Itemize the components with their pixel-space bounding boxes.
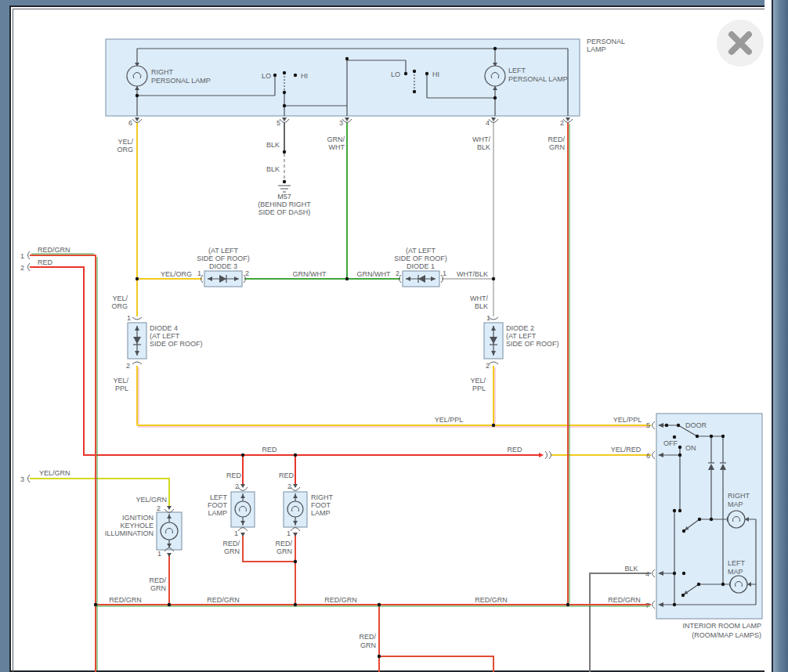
wire-red-grn: [379, 656, 493, 672]
ignition-label: IGNITION: [122, 514, 154, 522]
left-map-label: LEFT: [728, 559, 746, 567]
component-boxes: [106, 39, 762, 619]
diode-1-location: (AT LEFT: [406, 247, 436, 255]
wire-label: YEL/ORG: [161, 270, 192, 278]
right-personal-lamp-label: PERSONAL LAMP: [151, 77, 211, 85]
pin-number: 2: [157, 504, 161, 512]
right-personal-lamp-label: RIGHT: [151, 68, 174, 76]
wire-label: RED: [279, 471, 295, 479]
wire-label: YEL/: [470, 377, 486, 385]
wire-label: WHT: [329, 143, 345, 151]
right-foot-lamp-bulb: [287, 501, 303, 517]
wire-label: RED/GRN: [324, 596, 357, 604]
wire-label: GRN: [549, 143, 565, 151]
wire-label: RED: [226, 471, 242, 479]
diode-2-location: SIDE OF ROOF): [506, 340, 559, 348]
wire-label: GRN/: [327, 135, 345, 143]
wire-label: RED/: [222, 540, 240, 547]
wire-label: RED/GRN: [475, 596, 508, 604]
hi-label: HI: [301, 72, 308, 80]
wire-label: RED/: [359, 633, 376, 641]
wire-label: RED/: [275, 540, 292, 547]
pin-number: 2: [20, 264, 24, 272]
wire-label: BLK: [266, 141, 280, 149]
ground-location: (BEHIND RIGHT: [258, 201, 311, 208]
left-foot-lamp-bulb: [235, 501, 251, 517]
left-foot-lamp-label: LEFT: [210, 493, 228, 501]
wire-label: GRN: [224, 547, 240, 555]
right-foot-lamp-label: RIGHT: [311, 493, 334, 501]
diode-2-location: (AT LEFT: [506, 332, 537, 340]
ignition-label: KEYHOLE: [120, 522, 154, 529]
diode-4-location: SIDE OF ROOF): [150, 340, 203, 348]
wire-label: BLK: [624, 565, 638, 573]
lo-label: LO: [262, 72, 271, 80]
left-foot-lamp-label: LAMP: [208, 509, 227, 517]
wire-blk: [590, 573, 651, 672]
close-icon: [717, 20, 764, 67]
close-button[interactable]: [717, 20, 764, 67]
pin-number: 1: [127, 314, 131, 322]
left-personal-lamp-label: LEFT: [508, 67, 526, 74]
pin-number: 2: [235, 482, 239, 490]
diode-3-label: DIODE 3: [209, 262, 237, 270]
pin-number: 5: [277, 119, 280, 127]
pin-number: 2: [287, 482, 291, 490]
wires: [30, 122, 651, 672]
diode-1-location: SIDE OF ROOF): [394, 255, 447, 262]
pin-number: 2: [486, 362, 490, 370]
diode-4-location: (AT LEFT: [150, 332, 180, 340]
wire-label: YEL/GRN: [136, 496, 167, 504]
interior-room-lamp-title: (ROOM/MAP LAMPS): [692, 631, 761, 639]
wire-label: YEL/: [113, 377, 128, 385]
switch-on-label: ON: [685, 444, 696, 452]
pin-number: 2: [126, 362, 130, 370]
wire-label: RED/GRN: [38, 246, 70, 254]
wire-label: GRN: [360, 641, 376, 649]
pin-number: 1: [197, 269, 201, 277]
wire-label: BLK: [475, 302, 488, 310]
right-map-label: MAP: [728, 500, 743, 508]
wire-label: YEL/GRN: [39, 469, 70, 477]
wire-label: GRN/WHT: [293, 270, 327, 278]
pin-number: 7: [645, 602, 649, 609]
wire-label: BLK: [266, 165, 280, 173]
diode-3-location: (AT LEFT: [208, 247, 239, 255]
pin-number: 2: [396, 269, 399, 277]
hi-label: HI: [432, 70, 439, 78]
diode-1-label: DIODE 1: [407, 262, 435, 270]
pin-number: 1: [20, 252, 24, 260]
wire-label: GRN/WHT: [357, 270, 391, 278]
pin-number: 1: [443, 269, 446, 277]
left-personal-lamp-bulb: [485, 66, 505, 86]
wire-label: PPL: [115, 385, 128, 392]
wire-label: YEL/PPL: [435, 416, 464, 424]
wire-label: RED/GRN: [608, 596, 641, 604]
right-foot-lamp-label: LAMP: [311, 509, 331, 517]
left-map-bulb: [730, 576, 747, 593]
wire-label: PPL: [472, 385, 486, 392]
lo-label: LO: [391, 70, 400, 78]
wire-label: RED/: [149, 576, 166, 584]
wire-label: RED: [507, 446, 522, 453]
right-map-label: RIGHT: [728, 492, 750, 500]
pin-number: 6: [646, 452, 650, 460]
wire-label: WHT/: [470, 294, 488, 302]
pin-number: 4: [645, 570, 649, 578]
wire-label: ORG: [117, 146, 133, 154]
ignition-keyhole-bulb: [161, 522, 178, 540]
right-map-bulb: [728, 511, 745, 528]
ground-location: SIDE OF DASH): [258, 208, 311, 216]
pin-number: 4: [486, 119, 490, 127]
left-foot-lamp-label: FOOT: [208, 501, 227, 509]
wire-label: RED/: [548, 135, 565, 143]
pin-number: 1: [157, 550, 161, 558]
wire-label: RED/GRN: [207, 596, 240, 604]
switch-door-label: DOOR: [685, 421, 707, 429]
ignition-label: ILLUMINATION: [105, 529, 154, 537]
right-foot-lamp-label: FOOT: [311, 501, 331, 509]
wire-label: GRN: [150, 584, 166, 592]
right-personal-lamp-bulb: [127, 66, 147, 86]
pin-number: 5: [646, 421, 650, 429]
pin-number: 3: [20, 475, 24, 483]
